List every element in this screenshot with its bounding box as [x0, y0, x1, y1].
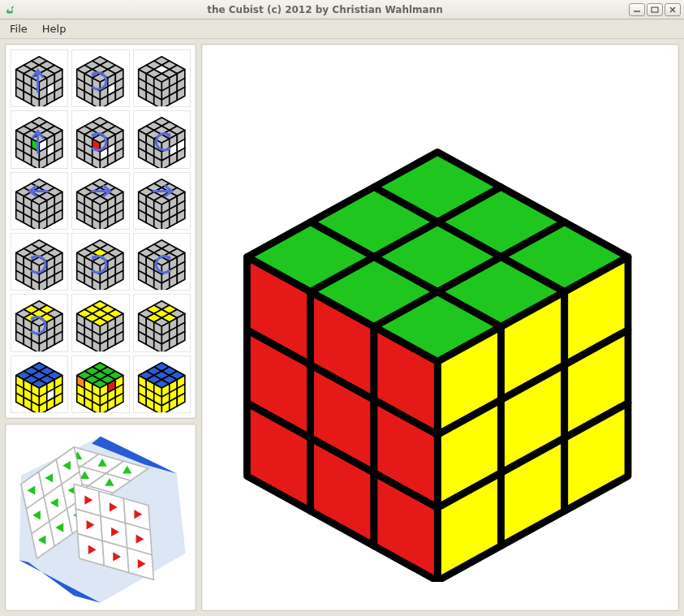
- cube-preset-thumb[interactable]: [11, 355, 68, 413]
- cube-preset-thumb[interactable]: [133, 172, 191, 230]
- menubar: File Help: [0, 19, 684, 39]
- thumbnails-panel: [5, 44, 196, 419]
- svg-rect-1: [652, 7, 658, 12]
- main-cube[interactable]: [226, 73, 654, 582]
- preview-panel: [5, 424, 196, 611]
- window-title: the Cubist (c) 2012 by Christian Wahlman…: [21, 4, 629, 15]
- main-3d-view[interactable]: [201, 44, 679, 611]
- java-app-icon: [3, 3, 16, 16]
- minimize-button[interactable]: [629, 3, 645, 16]
- cube-preset-thumb[interactable]: [11, 50, 68, 107]
- left-column: [5, 44, 196, 611]
- cube-preset-thumb[interactable]: [133, 355, 191, 413]
- window-controls: [629, 3, 681, 16]
- menu-help[interactable]: Help: [36, 20, 73, 37]
- cube-preset-thumb[interactable]: [11, 172, 68, 230]
- cube-preset-thumb[interactable]: [71, 50, 129, 107]
- unfolded-cube-preview[interactable]: [12, 429, 189, 606]
- cube-preset-thumb[interactable]: [71, 110, 129, 168]
- cube-preset-thumb[interactable]: [133, 110, 191, 168]
- cube-preset-thumb[interactable]: [11, 294, 68, 351]
- maximize-button[interactable]: [647, 3, 663, 16]
- cube-preset-thumb[interactable]: [133, 233, 191, 291]
- cube-preset-thumb[interactable]: [133, 294, 191, 351]
- cube-preset-thumb[interactable]: [71, 294, 129, 351]
- cube-preset-thumb[interactable]: [71, 233, 129, 291]
- cube-preset-thumb[interactable]: [11, 233, 68, 291]
- thumbnails-grid: [11, 50, 191, 413]
- close-button[interactable]: [665, 3, 681, 16]
- cube-preset-thumb[interactable]: [71, 172, 129, 230]
- cube-preset-thumb[interactable]: [71, 355, 129, 413]
- titlebar: the Cubist (c) 2012 by Christian Wahlman…: [0, 0, 684, 19]
- client-area: [0, 39, 684, 616]
- menu-file[interactable]: File: [3, 20, 34, 37]
- cube-preset-thumb[interactable]: [11, 110, 68, 168]
- cube-preset-thumb[interactable]: [133, 50, 191, 107]
